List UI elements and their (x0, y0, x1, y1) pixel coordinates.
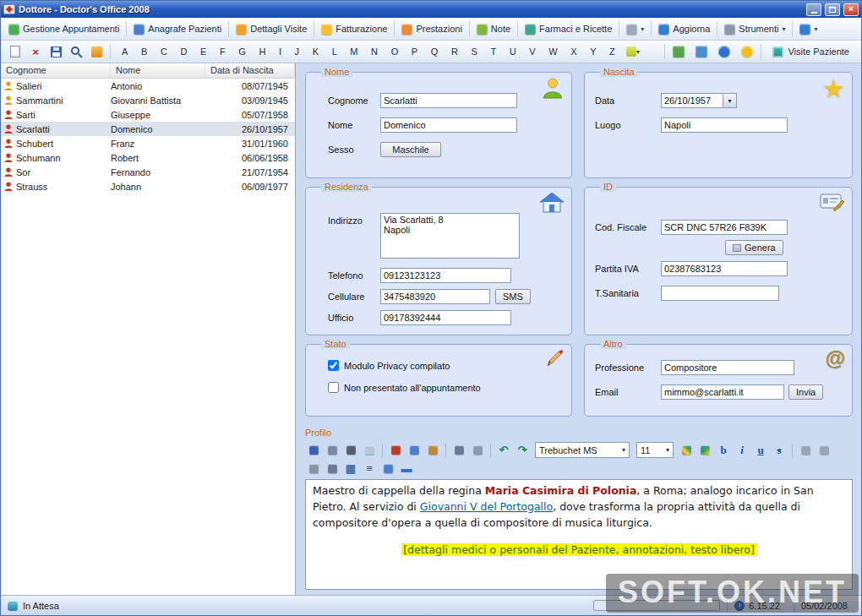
letter-button-O[interactable]: O (390, 45, 401, 58)
profilo-link[interactable]: Giovanni V del Portogallo (420, 500, 553, 513)
table-row[interactable]: StraussJohann06/09/1977 (1, 179, 295, 194)
menu-item-extra[interactable]: ▾ (622, 21, 648, 37)
page-setup-icon[interactable] (361, 442, 378, 458)
letter-button-B[interactable]: B (139, 45, 149, 58)
menu-item-prestazioni[interactable]: Prestazioni (397, 21, 466, 37)
letter-button-N[interactable]: N (369, 45, 379, 58)
page-break-icon[interactable] (305, 461, 322, 477)
font-family-select[interactable]: Trebuchet MS ▾ (535, 442, 630, 458)
minimize-button[interactable] (806, 3, 821, 16)
partita-iva-input[interactable] (661, 261, 788, 276)
visite-paziente-button[interactable]: Visite Paziente (766, 45, 856, 59)
insert-grid-icon[interactable] (379, 461, 396, 477)
cognome-input[interactable] (380, 93, 517, 108)
insert-table-icon[interactable]: ▦ (342, 461, 359, 477)
strikethrough-icon[interactable]: s (771, 442, 788, 458)
bullet-list-icon[interactable]: ≡ (361, 461, 378, 477)
column-header-cognome[interactable]: Cognome (1, 63, 111, 78)
letter-button-K[interactable]: K (311, 45, 320, 58)
table-row[interactable]: SalieriAntonio08/07/1945 (1, 79, 295, 93)
column-header-nascita[interactable]: Data di Nascita (205, 63, 295, 78)
alerts-button[interactable] (738, 43, 756, 61)
bold-icon[interactable]: b (715, 442, 732, 458)
ufficio-input[interactable] (380, 310, 511, 325)
invia-button[interactable]: Invia (788, 384, 823, 400)
letter-button-F[interactable]: F (218, 45, 227, 58)
subscript-icon[interactable] (797, 442, 814, 458)
save-record-button[interactable] (46, 43, 65, 61)
find-icon[interactable] (450, 442, 467, 458)
letter-button-D[interactable]: D (178, 45, 188, 58)
hyperlink-icon[interactable] (469, 442, 486, 458)
sync-button[interactable] (715, 43, 734, 61)
menu-item-farmaci-e-ricette[interactable]: Farmaci e Ricette (521, 21, 616, 37)
menu-item-help[interactable]: ▾ (795, 21, 821, 37)
table-row[interactable]: SorFernando21/07/1954 (1, 165, 295, 179)
save-icon[interactable] (305, 442, 322, 458)
cut-icon[interactable] (387, 442, 404, 458)
table-row[interactable]: SchubertFranz31/01/1960 (1, 136, 295, 150)
letter-button-Y[interactable]: Y (588, 45, 597, 58)
tessera-sanitaria-input[interactable] (661, 286, 779, 301)
letter-button-I[interactable]: I (277, 45, 283, 58)
noshow-checkbox[interactable] (328, 382, 339, 393)
columns-icon[interactable] (324, 461, 341, 477)
letter-button-Z[interactable]: Z (608, 45, 617, 58)
letter-button-M[interactable]: M (348, 45, 359, 58)
undo-icon[interactable]: ↶ (495, 442, 512, 458)
search-button[interactable] (67, 43, 85, 61)
menu-item-gestione-appuntamenti[interactable]: Gestione Appuntamenti (4, 21, 123, 37)
letter-button-X[interactable]: X (569, 45, 578, 58)
print-icon[interactable] (342, 442, 359, 458)
maximize-button[interactable] (825, 3, 840, 16)
cod-fiscale-input[interactable] (661, 220, 788, 235)
table-row[interactable]: SartiGiuseppe05/07/1958 (1, 107, 295, 122)
nome-input[interactable] (380, 117, 517, 133)
delete-record-button[interactable]: × (26, 43, 45, 61)
email-input[interactable] (661, 384, 784, 400)
font-size-select[interactable]: 11 ▾ (636, 442, 674, 458)
table-row[interactable]: ScarlattiDomenico26/10/1957 (1, 122, 295, 136)
letter-button-G[interactable]: G (237, 45, 248, 58)
paste-icon[interactable] (424, 442, 441, 458)
letter-button-H[interactable]: H (257, 45, 267, 58)
redo-icon[interactable]: ↷ (514, 442, 531, 458)
menu-item-dettagli-visite[interactable]: Dettagli Visite (232, 21, 311, 37)
letter-button-P[interactable]: P (410, 45, 419, 58)
reports-button[interactable] (669, 43, 688, 61)
letter-button-W[interactable]: W (547, 45, 559, 58)
menu-item-aggiorna[interactable]: Aggiorna (654, 21, 714, 37)
horizontal-rule-icon[interactable]: ▬ (398, 461, 415, 477)
letter-button-J[interactable]: J (293, 45, 302, 58)
underline-icon[interactable]: u (752, 442, 769, 458)
goto-letter-button[interactable]: ▾ (624, 43, 642, 61)
professione-input[interactable] (661, 360, 794, 375)
letter-button-C[interactable]: C (159, 45, 169, 58)
contacts-button[interactable] (87, 43, 106, 61)
table-row[interactable]: SammartiniGiovanni Battista03/09/1945 (1, 93, 295, 107)
highlight-color-icon[interactable] (696, 442, 713, 458)
menu-item-strumenti[interactable]: Strumenti▾ (720, 21, 789, 37)
menu-item-note[interactable]: Note (472, 21, 515, 37)
letter-button-T[interactable]: T (488, 45, 498, 58)
superscript-icon[interactable] (816, 442, 832, 458)
copy-icon[interactable] (406, 442, 423, 458)
letter-button-R[interactable]: R (450, 45, 460, 58)
menu-item-fatturazione[interactable]: Fatturazione (317, 21, 391, 37)
preview-icon[interactable] (324, 442, 341, 458)
letter-button-S[interactable]: S (469, 45, 478, 58)
genera-button[interactable]: Genera (725, 240, 783, 255)
letter-button-L[interactable]: L (330, 45, 339, 58)
letter-button-U[interactable]: U (508, 45, 518, 58)
letter-button-E[interactable]: E (199, 45, 208, 58)
indirizzo-textarea[interactable]: Via Scarlatti, 8 Napoli (380, 213, 520, 259)
sms-button[interactable]: SMS (495, 289, 531, 304)
data-nascita-input[interactable] (661, 93, 723, 108)
column-header-nome[interactable]: Nome (111, 63, 205, 78)
print-list-button[interactable] (692, 43, 711, 61)
telefono-input[interactable] (380, 268, 511, 283)
font-color-icon[interactable] (678, 442, 695, 458)
table-row[interactable]: SchumannRobert06/06/1958 (1, 150, 295, 165)
privacy-checkbox[interactable] (328, 360, 339, 371)
letter-button-A[interactable]: A (120, 45, 129, 58)
